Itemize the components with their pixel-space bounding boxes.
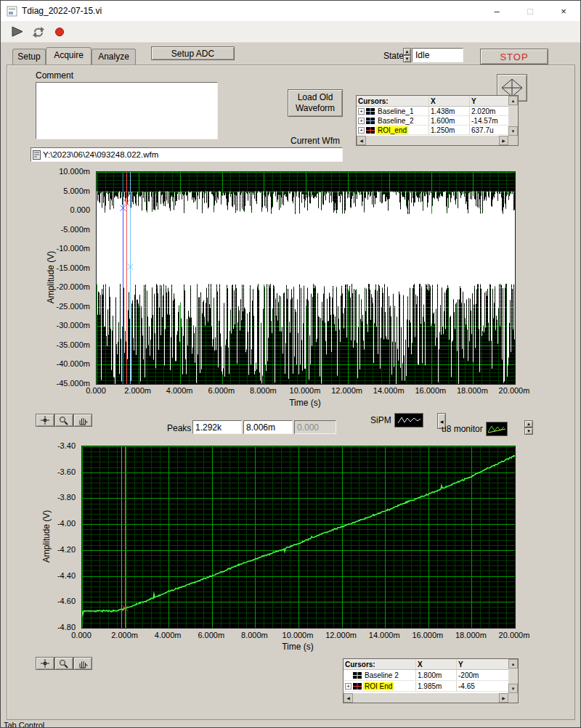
scroll-up-button[interactable]: ▲: [508, 659, 518, 668]
cursor-row[interactable]: + Baseline_1 1.438m 2.020m: [357, 107, 508, 116]
cursor-y-value: 637.7u: [470, 126, 508, 134]
vertical-scrollbar[interactable]: ▲ ▼: [508, 96, 518, 136]
x-axis-label: Time (s): [81, 642, 514, 652]
zoom-tool-button[interactable]: [54, 414, 73, 427]
abort-icon: [55, 28, 64, 36]
cursor-table-header: Cursors: X Y: [344, 659, 508, 670]
vertical-scrollbar[interactable]: ▲ ▼: [508, 659, 518, 693]
tick-label: 20.000m: [492, 631, 536, 639]
cursor-row[interactable]: + ROI End 1.985m -4.65: [344, 681, 508, 692]
continuous-run-button[interactable]: [31, 25, 46, 39]
current-wfm-path-field[interactable]: Y:\2023\06\24\093248.022.wfm: [31, 147, 343, 162]
cursor-row[interactable]: + Baseline 2 1.800m -200m: [344, 670, 508, 681]
peaks-field-1[interactable]: 1.292k: [192, 420, 242, 434]
tick-label: 0.000: [74, 386, 118, 395]
zoom-tool-button[interactable]: [54, 657, 73, 670]
scroll-left-button[interactable]: ◀: [344, 693, 353, 703]
load-old-waveform-button[interactable]: Load Old Waveform: [288, 89, 343, 117]
scroll-track[interactable]: [508, 668, 518, 684]
legend-scroll-down-button[interactable]: ▼: [524, 428, 533, 435]
state-value-field[interactable]: Idle: [412, 48, 463, 62]
comment-label: Comment: [36, 70, 73, 81]
u8-monitor-graph: Amplitude (V) -3.40-3.60-3.80-4.00-4.20-…: [29, 437, 533, 655]
u8-plot-canvas[interactable]: [81, 446, 516, 629]
run-button[interactable]: [9, 25, 25, 39]
tick-label: -5.000m: [61, 225, 90, 234]
cursor-table-header: Cursors: X Y: [357, 96, 508, 107]
cursor-row[interactable]: + ROI_end 1.250m 637.7u: [357, 126, 508, 135]
comment-input[interactable]: [36, 82, 218, 139]
spin-up-button[interactable]: ▲: [403, 48, 411, 55]
cursor-y-value: -200m: [457, 670, 508, 680]
tick-label: 0.000: [60, 631, 103, 639]
u8-monitor-legend[interactable]: u8 monitor: [442, 422, 508, 436]
scroll-down-button[interactable]: ▼: [508, 126, 518, 136]
pan-tool-button[interactable]: [73, 414, 92, 427]
expander-icon[interactable]: +: [345, 683, 352, 690]
peaks-field-3[interactable]: 0.000: [294, 420, 336, 434]
vi-window: Tdiag_2022-07-15.vi – □ × Setup Acquire: [0, 0, 581, 728]
cursor-x-value: 1.250m: [429, 126, 470, 134]
pan-tool-button[interactable]: [73, 657, 92, 670]
scroll-track[interactable]: [508, 105, 518, 126]
cursor-marker-icon: [366, 108, 375, 115]
tab-acquire[interactable]: Acquire: [46, 47, 92, 65]
cursor-y-value: -4.65: [457, 681, 508, 691]
scroll-down-button[interactable]: ▼: [508, 684, 518, 693]
tick-label: -25.000m: [57, 302, 90, 311]
sipm-waveform-icon: [394, 413, 423, 428]
stop-button[interactable]: STOP: [480, 49, 548, 65]
magnifier-icon: [58, 415, 70, 425]
tick-label: 10.000m: [283, 386, 327, 395]
scroll-track[interactable]: [366, 136, 499, 145]
sipm-plot-canvas[interactable]: [96, 171, 516, 385]
tab-label: Analyze: [98, 52, 129, 65]
tick-label: -20.000m: [57, 282, 90, 291]
expander-icon[interactable]: +: [358, 108, 365, 115]
cursor-table-top: Cursors: X Y + Baseline_1 1.438m 2.020m …: [356, 95, 519, 146]
tick-label: 18.000m: [449, 631, 492, 639]
tab-label: Acquire: [54, 50, 84, 65]
cursor-x-value: 1.600m: [429, 116, 470, 125]
tick-label: 4.000m: [158, 386, 201, 395]
peaks-field-2[interactable]: 8.006m: [243, 420, 293, 434]
maximize-button[interactable]: □: [513, 1, 547, 21]
stop-label: STOP: [500, 52, 528, 62]
crosshair-icon: [39, 658, 51, 668]
setup-adc-button[interactable]: Setup ADC: [151, 46, 235, 60]
tick-label: 4.000m: [146, 631, 190, 639]
tick-label: 16.000m: [409, 386, 452, 395]
abort-button[interactable]: [52, 25, 68, 39]
minimize-button[interactable]: –: [480, 1, 513, 21]
cursor-name: ROI End: [363, 682, 394, 690]
tick-label: 2.000m: [116, 386, 160, 395]
expander-icon[interactable]: +: [358, 127, 365, 134]
scroll-right-button[interactable]: ▶: [499, 693, 508, 703]
column-header-x: X: [416, 659, 457, 669]
tick-label: 0.000: [70, 205, 90, 214]
scroll-track[interactable]: [353, 693, 499, 703]
close-button[interactable]: ×: [547, 1, 580, 21]
scroll-up-button[interactable]: ▲: [508, 96, 518, 105]
state-spinner: ▲ ▼: [403, 48, 411, 62]
current-wfm-label: Current Wfm: [290, 136, 340, 146]
tab-analyze[interactable]: Analyze: [92, 49, 136, 65]
spin-down-button[interactable]: ▼: [403, 55, 411, 62]
legend-scroll-up-button[interactable]: ▲: [524, 420, 533, 428]
tick-label: -15.000m: [57, 263, 90, 272]
run-arrow-icon: [11, 26, 24, 37]
cursor-row[interactable]: + Baseline_2 1.600m -14.57m: [357, 116, 508, 126]
scroll-right-button[interactable]: ▶: [499, 136, 508, 145]
cursor-name: Baseline_1: [376, 107, 415, 115]
horizontal-scrollbar[interactable]: ◀ ▶: [344, 693, 508, 703]
sipm-legend[interactable]: SiPM: [370, 413, 423, 428]
peaks-label: Peaks: [167, 423, 191, 433]
expander-icon[interactable]: +: [358, 118, 365, 124]
horizontal-scrollbar[interactable]: ◀ ▶: [357, 136, 508, 145]
hand-icon: [77, 658, 89, 668]
tab-setup[interactable]: Setup: [12, 49, 46, 65]
cursor-tool-button[interactable]: [36, 657, 54, 670]
scroll-left-button[interactable]: ◀: [357, 136, 366, 145]
cursor-tool-button[interactable]: [36, 414, 54, 427]
legend-label: u8 monitor: [442, 424, 483, 434]
